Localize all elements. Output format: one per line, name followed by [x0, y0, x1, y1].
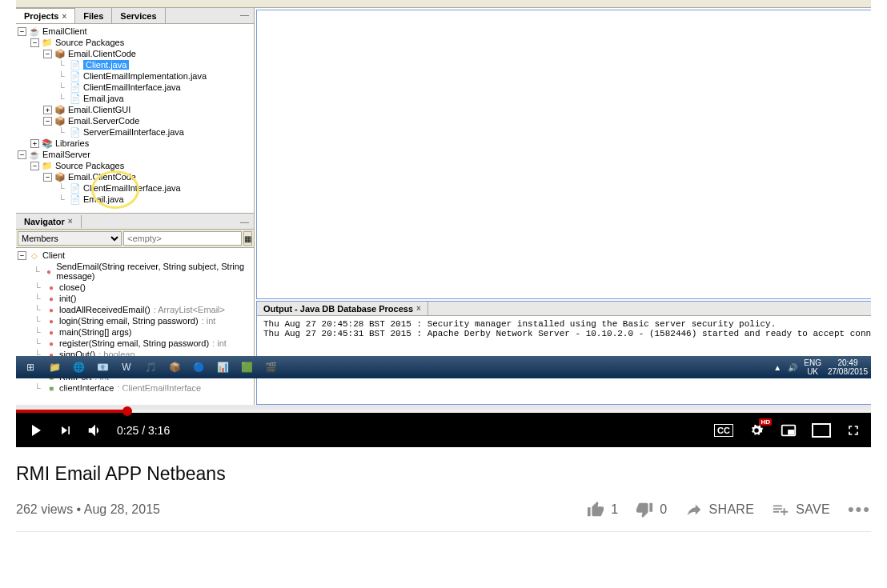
taskbar-app-icon[interactable]: 🔵: [187, 358, 210, 376]
close-icon[interactable]: ×: [68, 217, 73, 226]
class-icon: ◇: [30, 250, 39, 260]
tab-projects[interactable]: Projects×: [16, 8, 75, 23]
folder-icon: 📁: [42, 161, 53, 170]
tab-output[interactable]: Output - Java DB Database Process×: [257, 302, 428, 315]
taskbar-app-icon[interactable]: 🌐: [67, 358, 90, 376]
taskbar-app-icon[interactable]: 📦: [163, 358, 186, 376]
tree-label[interactable]: Source Packages: [55, 161, 124, 170]
tree-label[interactable]: Libraries: [55, 138, 89, 148]
tree-toggle[interactable]: −: [18, 27, 26, 36]
tree-toggle[interactable]: −: [18, 251, 26, 260]
share-button[interactable]: SHARE: [685, 501, 755, 518]
project-icon: ☕: [29, 26, 40, 36]
minimize-icon[interactable]: —: [235, 215, 254, 228]
method-icon: ●: [46, 327, 56, 337]
svg-rect-2: [813, 424, 830, 437]
member-item[interactable]: └●loadAllReceivedEmail() : ArrayList<Ema…: [16, 304, 254, 315]
tree-label[interactable]: Email.ServerCode: [68, 116, 139, 126]
tree-label[interactable]: Source Packages: [55, 38, 124, 47]
minimize-icon[interactable]: —: [235, 8, 254, 23]
java-file-icon: 📄: [70, 183, 81, 193]
tree-toggle[interactable]: +: [43, 106, 52, 114]
tree-label[interactable]: EmailClient: [42, 26, 87, 36]
taskbar-app-icon[interactable]: 📁: [43, 358, 66, 376]
miniplayer-button[interactable]: [780, 422, 797, 439]
close-icon[interactable]: ×: [416, 304, 421, 313]
dislike-button[interactable]: 0: [636, 501, 667, 518]
java-file-icon: 📄: [70, 94, 81, 103]
member-item[interactable]: └●main(String[] args): [16, 326, 254, 338]
tab-navigator[interactable]: Navigator×: [16, 215, 82, 228]
output-line: Thu Aug 27 20:45:31 BST 2015 : Apache De…: [263, 329, 871, 338]
method-icon: ●: [46, 294, 56, 303]
tree-label[interactable]: ClientEmailImplementation.java: [83, 71, 207, 81]
more-actions-button[interactable]: •••: [848, 499, 871, 520]
hd-badge: HD: [759, 418, 772, 426]
taskbar-app-icon[interactable]: W: [115, 358, 138, 376]
folder-icon: 📁: [42, 38, 53, 47]
navigator-filter-input[interactable]: [123, 231, 242, 246]
like-button[interactable]: 1: [587, 501, 618, 518]
tree-toggle[interactable]: −: [43, 117, 52, 126]
tree-label[interactable]: Email.java: [83, 194, 124, 204]
netbeans-ide: Projects× Files Services — −☕EmailClient…: [16, 0, 871, 413]
taskbar-app-icon[interactable]: 🟩: [235, 358, 258, 376]
video-player-container: Projects× Files Services — −☕EmailClient…: [16, 0, 871, 447]
tree-toggle[interactable]: −: [18, 150, 26, 159]
volume-button[interactable]: [86, 422, 104, 439]
tree-label[interactable]: Client.java: [83, 60, 129, 70]
member-item[interactable]: └●login(String email, String password) :…: [16, 315, 254, 326]
tree-toggle[interactable]: −: [30, 162, 39, 170]
tree-label[interactable]: Email.ClientCode: [68, 49, 136, 58]
tree-toggle[interactable]: −: [43, 173, 52, 182]
class-name[interactable]: Client: [42, 250, 65, 260]
tab-services[interactable]: Services: [112, 8, 165, 23]
tree-toggle[interactable]: −: [43, 50, 52, 58]
editor-area[interactable]: [256, 10, 871, 299]
video-title: RMI Email APP Netbeans: [16, 463, 871, 485]
next-button[interactable]: [58, 422, 74, 438]
tree-label[interactable]: Email.ClientCode: [68, 172, 136, 182]
project-tree[interactable]: −☕EmailClient −📁Source Packages −📦Email.…: [16, 24, 254, 213]
tree-label[interactable]: Email.java: [83, 94, 124, 103]
members-dropdown[interactable]: Members: [18, 231, 122, 246]
taskbar-app-icon[interactable]: 📊: [211, 358, 234, 376]
taskbar-app-icon[interactable]: 🎬: [259, 358, 282, 376]
tree-toggle[interactable]: +: [30, 139, 39, 148]
save-button[interactable]: SAVE: [772, 501, 830, 518]
tree-label[interactable]: ClientEmailInterface.java: [83, 82, 181, 92]
method-icon: ●: [46, 305, 56, 314]
tree-label[interactable]: Email.ClientGUI: [68, 105, 130, 114]
play-button[interactable]: [26, 421, 45, 440]
java-file-icon: 📄: [70, 71, 81, 81]
theater-button[interactable]: [812, 423, 831, 438]
package-icon: 📦: [54, 116, 66, 126]
method-icon: ●: [45, 266, 53, 276]
video-frame: Projects× Files Services — −☕EmailClient…: [16, 0, 871, 413]
tree-label[interactable]: EmailServer: [42, 150, 90, 159]
start-button[interactable]: ⊞: [19, 358, 42, 376]
member-item[interactable]: └●SendEmail(String receiver, String subj…: [16, 261, 254, 282]
captions-button[interactable]: CC: [714, 424, 733, 437]
system-tray[interactable]: ▲ 🔊 ENGUK 20:4927/08/2015: [773, 358, 868, 376]
fullscreen-button[interactable]: [845, 422, 861, 438]
tree-label[interactable]: ServerEmailInterface.java: [83, 127, 184, 137]
java-file-icon: 📄: [70, 194, 81, 204]
tree-toggle[interactable]: −: [30, 38, 39, 47]
settings-button[interactable]: HD: [748, 422, 765, 439]
time-display: 0:25 / 3:16: [117, 424, 170, 437]
member-item[interactable]: └●register(String email, String password…: [16, 338, 254, 349]
windows-taskbar: ⊞ 📁 🌐 📧 W 🎵 📦 🔵 📊 🟩 🎬 ▲ 🔊 ENGUK 20:4927/…: [16, 356, 871, 378]
method-icon: ●: [46, 316, 56, 326]
output-line: Thu Aug 27 20:45:28 BST 2015 : Security …: [263, 319, 871, 329]
member-item[interactable]: └●close(): [16, 282, 254, 293]
tree-label[interactable]: ClientEmailInterface.java: [83, 183, 181, 193]
close-icon[interactable]: ×: [62, 12, 66, 21]
view-count: 262 views • Aug 28, 2015: [16, 502, 160, 517]
navigator-filter-button[interactable]: ▦: [243, 231, 252, 246]
output-panel: Output - Java DB Database Process× — Thu…: [256, 301, 871, 405]
taskbar-app-icon[interactable]: 🎵: [139, 358, 162, 376]
taskbar-app-icon[interactable]: 📧: [91, 358, 114, 376]
member-item[interactable]: └●init(): [16, 293, 254, 304]
tab-files[interactable]: Files: [75, 8, 112, 23]
